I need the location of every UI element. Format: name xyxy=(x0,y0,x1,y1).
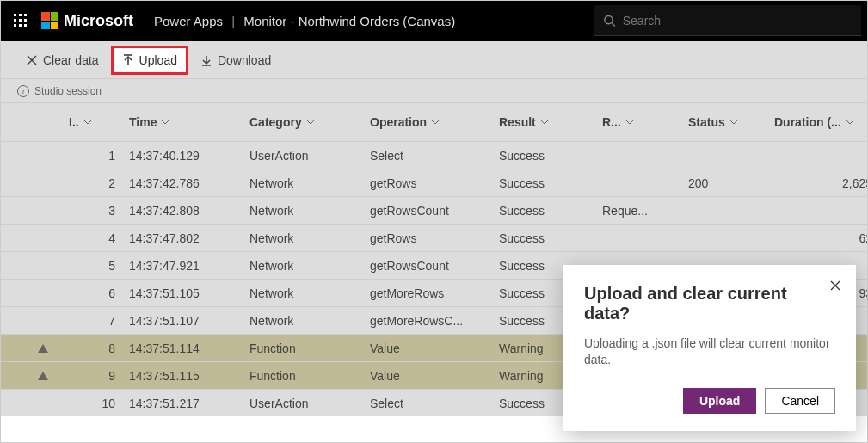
svg-rect-3 xyxy=(14,19,16,22)
cell-result: Success xyxy=(499,176,602,190)
chevron-down-icon xyxy=(430,117,440,127)
brand-text: Microsoft xyxy=(64,12,133,30)
cell-category: Network xyxy=(249,314,370,328)
cell-operation: Select xyxy=(370,149,499,163)
col-category[interactable]: Category xyxy=(249,115,370,129)
cell-category: UserAction xyxy=(249,397,370,410)
svg-rect-7 xyxy=(19,24,22,27)
col-time[interactable]: Time xyxy=(129,115,249,129)
cell-operation: Value xyxy=(370,341,499,355)
app-header: Microsoft Power Apps | Monitor - Northwi… xyxy=(0,0,868,41)
close-icon xyxy=(26,54,38,66)
cell-category: UserAction xyxy=(249,149,370,163)
cell-time: 14:37:51.105 xyxy=(129,286,249,300)
svg-line-10 xyxy=(612,22,615,26)
page-title: Monitor - Northwind Orders (Canvas) xyxy=(243,14,455,28)
col-operation[interactable]: Operation xyxy=(370,115,499,129)
table-row[interactable]: 114:37:40.129UserActionSelectSuccess xyxy=(0,141,868,169)
table-header: I.. Time Category Operation Result R... … xyxy=(0,103,868,141)
cell-r: Reque... xyxy=(602,204,688,218)
dialog-upload-button[interactable]: Upload xyxy=(683,388,756,414)
cell-category: Network xyxy=(249,259,370,273)
svg-rect-1 xyxy=(19,14,22,16)
cell-operation: Value xyxy=(370,369,499,383)
svg-rect-5 xyxy=(24,19,27,22)
cell-operation: getMoreRowsC... xyxy=(370,314,499,328)
dialog-title: Upload and clear current data? xyxy=(584,284,835,323)
chevron-down-icon xyxy=(539,117,550,127)
dialog-close-button[interactable] xyxy=(827,277,844,294)
microsoft-logo[interactable]: Microsoft xyxy=(41,12,133,30)
cell-idx: 8 xyxy=(69,341,129,355)
chevron-down-icon xyxy=(83,117,93,127)
cell-time: 14:37:51.115 xyxy=(129,369,249,383)
cell-time: 14:37:42.808 xyxy=(129,204,249,218)
warning-icon xyxy=(17,344,69,353)
search-box[interactable] xyxy=(594,5,861,36)
cell-operation: getRows xyxy=(370,231,499,245)
cell-operation: getRowsCount xyxy=(370,259,499,273)
cell-idx: 5 xyxy=(69,259,129,273)
col-r[interactable]: R... xyxy=(602,115,688,129)
clear-data-button[interactable]: Clear data xyxy=(17,48,108,72)
search-icon xyxy=(603,14,616,28)
cell-result: Success xyxy=(499,231,602,245)
cell-idx: 6 xyxy=(69,286,129,300)
microsoft-logo-icon xyxy=(41,12,58,29)
close-icon xyxy=(829,280,841,292)
cell-idx: 7 xyxy=(69,314,129,328)
cell-category: Network xyxy=(249,176,370,190)
cell-category: Function xyxy=(249,369,370,383)
cell-idx: 3 xyxy=(69,204,129,218)
cell-idx: 4 xyxy=(69,231,129,245)
info-icon: i xyxy=(17,85,29,97)
table-row[interactable]: 214:37:42.786NetworkgetRowsSuccess2002,6… xyxy=(0,169,868,196)
chevron-down-icon xyxy=(305,117,316,127)
table-row[interactable]: 414:37:47.802NetworkgetRowsSuccess62 xyxy=(0,224,868,251)
col-duration[interactable]: Duration (... xyxy=(774,115,868,129)
cell-category: Network xyxy=(249,231,370,245)
waffle-icon[interactable] xyxy=(7,7,34,34)
chevron-down-icon xyxy=(729,117,739,127)
svg-rect-6 xyxy=(14,24,16,27)
col-status[interactable]: Status xyxy=(688,115,774,129)
breadcrumb: Power Apps | Monitor - Northwind Orders … xyxy=(154,14,455,28)
chevron-down-icon xyxy=(160,117,170,127)
chevron-down-icon xyxy=(845,117,855,127)
dialog-cancel-button[interactable]: Cancel xyxy=(765,388,835,414)
cell-operation: getRows xyxy=(370,176,499,190)
cell-category: Network xyxy=(249,204,370,218)
cell-time: 14:37:51.217 xyxy=(129,397,249,410)
cell-category: Network xyxy=(249,286,370,300)
col-result[interactable]: Result xyxy=(499,115,602,129)
status-bar: i Studio session xyxy=(0,79,868,103)
cell-time: 14:37:51.107 xyxy=(129,314,249,328)
download-button[interactable]: Download xyxy=(192,48,280,72)
svg-rect-0 xyxy=(14,14,16,16)
session-label: Studio session xyxy=(34,85,102,97)
svg-rect-8 xyxy=(24,24,27,27)
cell-idx: 1 xyxy=(69,149,129,163)
chevron-down-icon xyxy=(625,117,635,127)
cell-duration: 62 xyxy=(774,231,868,245)
svg-rect-4 xyxy=(19,19,22,22)
product-name[interactable]: Power Apps xyxy=(154,14,223,28)
cell-category: Function xyxy=(249,341,370,355)
cell-operation: getRowsCount xyxy=(370,204,499,218)
download-icon xyxy=(200,54,212,66)
svg-point-9 xyxy=(605,15,613,23)
upload-button[interactable]: Upload xyxy=(111,46,188,75)
cell-time: 14:37:47.921 xyxy=(129,259,249,273)
upload-icon xyxy=(122,54,134,66)
cell-time: 14:37:47.802 xyxy=(129,231,249,245)
search-input[interactable] xyxy=(623,14,853,28)
col-idx[interactable]: I.. xyxy=(69,115,129,129)
cell-operation: getMoreRows xyxy=(370,286,499,300)
dialog-body: Uploading a .json file will clear curren… xyxy=(584,335,835,369)
cell-duration: 2,625 xyxy=(774,176,868,190)
cell-result: Success xyxy=(499,149,602,163)
table-row[interactable]: 314:37:42.808NetworkgetRowsCountSuccessR… xyxy=(0,196,868,224)
cell-time: 14:37:42.786 xyxy=(129,176,249,190)
cell-time: 14:37:51.114 xyxy=(129,341,249,355)
toolbar: Clear data Upload Download xyxy=(0,41,868,79)
